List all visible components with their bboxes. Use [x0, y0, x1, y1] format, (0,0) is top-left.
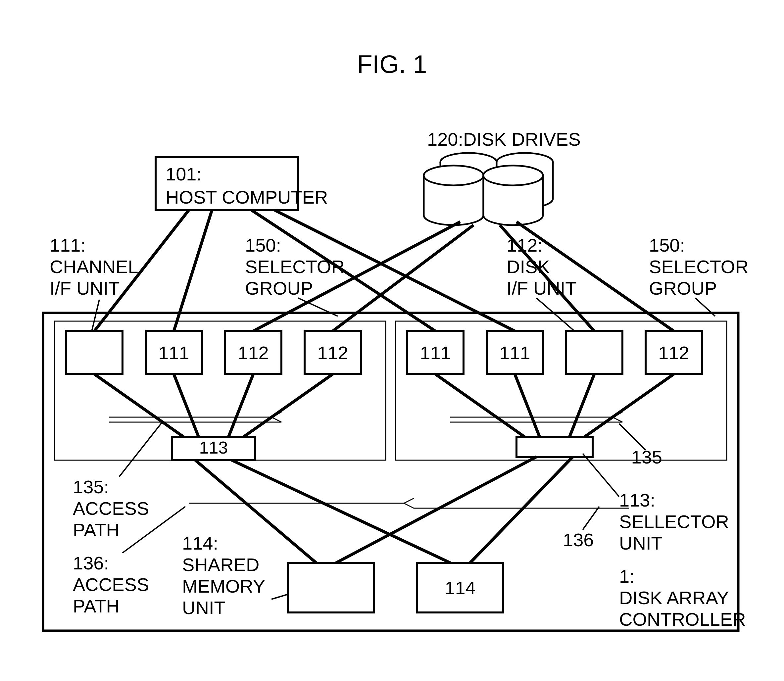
svg-text:112: 112 [658, 342, 689, 363]
selgroup-l-l1: SELECTOR [245, 256, 345, 277]
ap136-bare: 136 [563, 529, 594, 550]
svg-text:112: 112 [238, 342, 269, 363]
host-computer-ref: 101: [166, 163, 202, 184]
shm-l2: MEMORY [182, 576, 265, 597]
selgroup-l-ref: 150: [245, 235, 281, 256]
selunit-l1: SELLECTOR [619, 511, 729, 532]
disk-if-l2: I/F UNIT [507, 278, 577, 299]
selgroup-l-l2: GROUP [245, 278, 313, 299]
selgroup-r-l1: SELECTOR [649, 256, 749, 277]
upper-callouts: 111: CHANNEL I/F UNIT 150: SELECTOR GROU… [50, 235, 749, 299]
selgroup-r-ref: 150: [649, 235, 685, 256]
access-path-135-left-bracket [109, 412, 282, 422]
dac-l2: CONTROLLER [619, 609, 746, 630]
ap136-ref: 136: [73, 553, 109, 573]
svg-text:112: 112 [317, 342, 348, 363]
lower-right-callouts: 135 113: SELLECTOR UNIT 136 1: DISK ARRA… [563, 447, 746, 630]
selunit-l2: UNIT [619, 533, 662, 554]
ap135r: 135 [631, 447, 662, 467]
access-path-135-right-bracket [450, 412, 622, 422]
dac-ref: 1: [619, 566, 635, 587]
host-computer-label: HOST COMPUTER [166, 187, 328, 207]
ap135-l1: ACCESS [73, 498, 149, 519]
if-boxes: 111 112 112 111 111 112 [66, 331, 702, 374]
figure-title: FIG. 1 [357, 50, 427, 78]
shm-l1: SHARED [182, 554, 259, 575]
disk-drives-icon [424, 153, 553, 225]
access-path-136-bracket [189, 498, 629, 508]
ap136-l2: PATH [73, 595, 120, 616]
svg-text:111: 111 [158, 342, 189, 363]
selector-113-left-label: 113 [199, 438, 228, 457]
shared-mem-left [288, 563, 374, 613]
svg-text:111: 111 [499, 342, 530, 363]
shm-ref: 114: [182, 533, 218, 554]
ap135-ref: 135: [73, 477, 109, 497]
selunit-ref: 113: [619, 489, 655, 510]
svg-point-2 [424, 166, 483, 185]
svg-text:111: 111 [420, 342, 451, 363]
lower-left-callouts: 135: ACCESS PATH 136: ACCESS PATH 114: S… [73, 477, 265, 618]
shared-mem-right-label: 114 [445, 577, 475, 598]
selector-113-right [516, 437, 592, 457]
disk-drives-label: 120:DISK DRIVES [427, 129, 581, 150]
ap135-l2: PATH [73, 519, 120, 540]
svg-point-3 [483, 166, 543, 185]
channel-if-l2: I/F UNIT [50, 278, 120, 299]
cross-lines [195, 457, 573, 563]
ap136-l1: ACCESS [73, 574, 149, 595]
figure-diagram: FIG. 1 101: HOST COMPUTER 120:DISK DRIVE… [0, 0, 784, 681]
shm-l3: UNIT [182, 597, 225, 618]
svg-rect-10 [566, 331, 622, 374]
funnel-lines [94, 374, 674, 437]
channel-if-l1: CHANNEL [50, 256, 138, 277]
svg-rect-4 [66, 331, 122, 374]
selgroup-r-l2: GROUP [649, 278, 717, 299]
channel-if-ref: 111: [50, 235, 86, 256]
dac-l1: DISK ARRAY [619, 587, 729, 608]
